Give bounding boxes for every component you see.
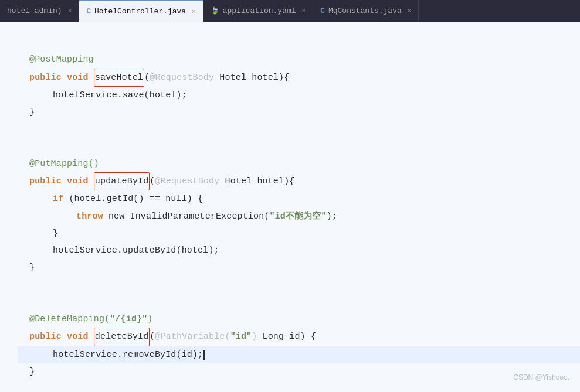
brace-close: } <box>29 104 35 121</box>
method-savehotel: saveHotel <box>94 69 144 87</box>
method-updatebyid: updateById <box>94 172 150 190</box>
code-updatebyid-call: hotelService.updateById(hotel); <box>53 242 219 259</box>
code-line-method-close: } <box>18 259 580 276</box>
tab-close-hotel-controller[interactable]: × <box>192 8 196 15</box>
code-line-close1: } <box>18 104 580 121</box>
code-line-removebyid: hotelService.removeById(id); <box>18 346 580 363</box>
code-line-updatebyid-call: hotelService.updateById(hotel); <box>18 242 580 259</box>
keyword-public-void-2: public void <box>29 173 94 190</box>
brace-close-if: } <box>53 225 58 242</box>
tab-application-yaml[interactable]: 🍃 application.yaml × <box>203 0 313 22</box>
code-area: @PostMapping public void saveHotel (@Req… <box>0 22 580 392</box>
tab-hotel-admin[interactable]: hotel-admin) × <box>0 0 79 22</box>
keyword-throw: throw <box>76 208 108 225</box>
code-rest-2: (@RequestBody Hotel hotel){ <box>150 173 294 190</box>
tab-icon-application-yaml: 🍃 <box>211 6 219 15</box>
annotation-deletemapping-end: ) <box>147 311 152 328</box>
watermark: CSDN @Yishooo. <box>513 373 569 381</box>
code-line-deletebyid: public void deleteById (@PathVariable("i… <box>18 328 580 346</box>
method-deletebyid: deleteById <box>94 328 150 346</box>
annotation-deletemapping: @DeleteMapping( <box>29 311 110 328</box>
keyword-public-void: public void <box>29 69 94 86</box>
tab-label-application-yaml: application.yaml <box>223 6 296 15</box>
code-throw-end: ); <box>327 208 337 225</box>
tab-close-application-yaml[interactable]: × <box>302 8 306 15</box>
code-line-postmapping: @PostMapping <box>18 51 580 68</box>
tab-icon-hotel-controller: C <box>86 7 91 16</box>
keyword-public-void-3: public void <box>29 328 94 345</box>
code-line-throw: throw new InvalidParameterException( "id… <box>18 208 580 225</box>
code-line-if: if (hotel.getId() == null) { <box>18 190 580 207</box>
code-rest-3: (@PathVariable("id") Long id) { <box>150 328 316 345</box>
code-rest: (@RequestBody Hotel hotel){ <box>144 69 289 86</box>
string-delete-path: "/{id}" <box>110 311 147 328</box>
code-line-save: hotelService.save(hotel); <box>18 87 580 104</box>
tab-bar: hotel-admin) × C HotelController.java × … <box>0 0 580 22</box>
code-line-deletemapping: @DeleteMapping("/{id}") <box>18 311 580 328</box>
tab-close-mq-constants[interactable]: × <box>408 8 412 15</box>
tab-close-hotel-admin[interactable]: × <box>68 8 72 15</box>
brace-close-method: } <box>29 259 35 276</box>
tab-label-hotel-controller: HotelController.java <box>94 7 186 16</box>
keyword-if: if <box>53 190 69 207</box>
brace-close-final: } <box>29 363 35 380</box>
code-line-final-close: } <box>18 363 580 380</box>
tab-label: hotel-admin) <box>7 6 62 15</box>
code-removebyid: hotelService.removeById(id); <box>53 346 210 363</box>
code-save: hotelService.save(hotel); <box>53 87 187 104</box>
code-line-blank-4 <box>18 277 580 294</box>
code-new: new InvalidParameterException( <box>108 208 270 225</box>
tab-icon-mq-constants: C <box>320 6 325 15</box>
code-line-if-close: } <box>18 225 580 242</box>
tab-label-mq-constants: MqConstants.java <box>328 6 402 15</box>
code-block: @PostMapping public void saveHotel (@Req… <box>18 34 580 380</box>
tab-hotel-controller[interactable]: C HotelController.java × <box>79 0 203 22</box>
code-line-blank-2 <box>18 121 580 138</box>
code-line-blank-5 <box>18 294 580 311</box>
annotation-postmapping: @PostMapping <box>29 51 94 68</box>
code-line-blank-1 <box>18 34 580 51</box>
string-id-empty: "id不能为空" <box>269 208 326 225</box>
annotation-putmapping: @PutMapping() <box>29 155 99 172</box>
code-line-blank-3 <box>18 138 580 155</box>
code-line-savehotel: public void saveHotel (@RequestBody Hote… <box>18 69 580 87</box>
code-line-updatebyid: public void updateById (@RequestBody Hot… <box>18 172 580 190</box>
code-if-rest: (hotel.getId() == null) { <box>69 190 203 207</box>
tab-mq-constants[interactable]: C MqConstants.java × <box>313 0 419 22</box>
code-line-putmapping: @PutMapping() <box>18 155 580 172</box>
